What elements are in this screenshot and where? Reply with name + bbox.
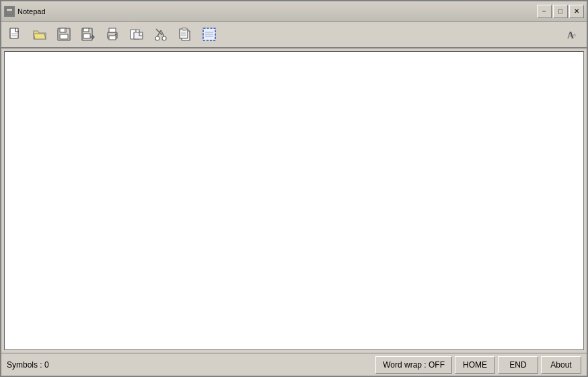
print-button[interactable]: [101, 24, 124, 45]
svg-rect-6: [60, 28, 66, 32]
window-title: Notepad: [17, 7, 46, 15]
window-controls: − □ ✕: [537, 5, 584, 18]
maximize-button[interactable]: □: [553, 5, 568, 18]
cut-button[interactable]: [149, 24, 172, 45]
symbols-count: Symbols : 0: [7, 360, 373, 370]
svg-point-20: [162, 36, 166, 40]
select-all-icon: [202, 27, 217, 42]
new-file-icon: [8, 27, 23, 42]
save-button[interactable]: [52, 24, 75, 45]
title-bar: Notepad − □ ✕: [1, 1, 587, 22]
save-as-button[interactable]: [77, 24, 100, 45]
editor-area: [4, 51, 584, 350]
svg-rect-15: [109, 36, 116, 40]
font-icon: A a: [565, 27, 580, 42]
new-window-icon: [129, 27, 144, 42]
title-bar-left: Notepad: [4, 6, 46, 17]
open-folder-icon: [32, 27, 47, 42]
font-button[interactable]: A a: [561, 24, 584, 45]
new-window-button[interactable]: [125, 24, 148, 45]
paste-button[interactable]: [174, 24, 196, 45]
svg-text:a: a: [573, 31, 576, 38]
toolbar-right: A a: [561, 24, 584, 45]
app-icon: [4, 6, 15, 17]
svg-point-19: [155, 36, 159, 40]
paste-icon: [178, 27, 192, 42]
open-button[interactable]: [28, 24, 51, 45]
cut-icon: [153, 27, 168, 42]
minimize-button[interactable]: −: [537, 5, 552, 18]
svg-rect-1: [7, 9, 12, 11]
text-editor[interactable]: [5, 52, 583, 349]
end-button[interactable]: END: [498, 356, 538, 374]
select-all-button[interactable]: [198, 24, 221, 45]
main-window: Notepad − □ ✕: [0, 0, 588, 377]
svg-rect-26: [182, 28, 186, 30]
status-bar: Symbols : 0 Word wrap : OFF HOME END Abo…: [1, 353, 587, 376]
close-button[interactable]: ✕: [569, 5, 584, 18]
home-button[interactable]: HOME: [455, 356, 495, 374]
save-as-icon: [81, 27, 96, 42]
save-icon: [57, 27, 71, 42]
new-button[interactable]: [4, 24, 27, 45]
print-icon: [105, 27, 120, 42]
svg-rect-33: [203, 28, 215, 40]
svg-rect-14: [109, 28, 116, 32]
word-wrap-button[interactable]: Word wrap : OFF: [375, 356, 452, 374]
svg-rect-7: [60, 34, 68, 39]
svg-point-16: [115, 34, 116, 35]
toolbar: A a: [1, 22, 587, 48]
about-button[interactable]: About: [541, 356, 581, 374]
svg-rect-10: [83, 28, 89, 32]
svg-line-22: [161, 30, 164, 36]
svg-rect-11: [83, 34, 90, 38]
